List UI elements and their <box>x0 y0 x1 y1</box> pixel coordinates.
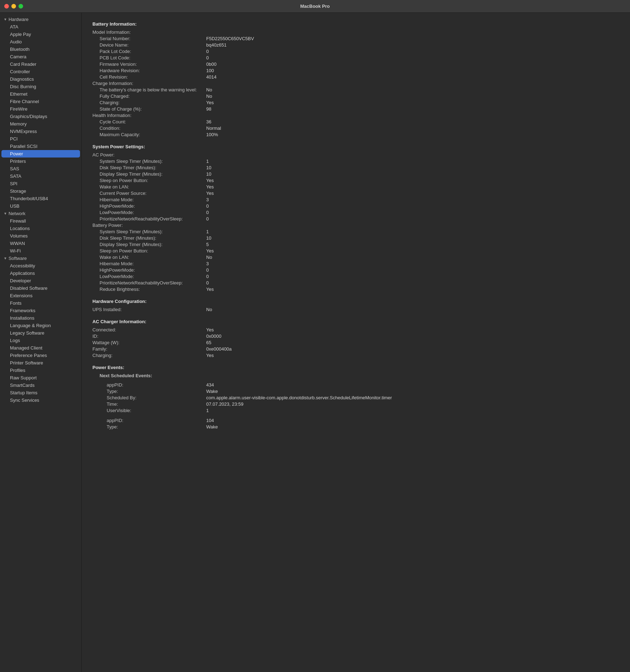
sidebar-item-logs[interactable]: Logs <box>0 337 81 344</box>
table-row: UserVisible: 1 <box>92 407 619 414</box>
hardware-section-label: Hardware <box>9 17 28 22</box>
event1-scheduled-by-label: Scheduled By: <box>92 394 206 401</box>
sidebar-item-sas[interactable]: SAS <box>0 165 81 172</box>
table-row: appPID: 104 <box>92 417 619 423</box>
bat-high-power-mode-value: 0 <box>206 267 619 273</box>
sidebar-section-software[interactable]: ▼ Software <box>0 255 81 262</box>
sidebar-item-frameworks[interactable]: Frameworks <box>0 307 81 314</box>
sidebar-item-disc-burning[interactable]: Disc Burning <box>0 83 81 90</box>
network-arrow-icon: ▼ <box>4 212 7 215</box>
table-row: Health Information: <box>92 112 619 118</box>
sidebar-item-card-reader[interactable]: Card Reader <box>0 60 81 68</box>
sidebar-item-language-region[interactable]: Language & Region <box>0 322 81 329</box>
sidebar-item-parallel-scsi[interactable]: Parallel SCSI <box>0 143 81 150</box>
ac-current-power-source-value: Yes <box>206 190 619 196</box>
maximize-button[interactable] <box>18 4 23 9</box>
sidebar-item-legacy-software[interactable]: Legacy Software <box>0 329 81 337</box>
next-scheduled-label: Next Scheduled Events: <box>92 372 206 379</box>
sidebar-item-audio[interactable]: Audio <box>0 38 81 46</box>
sidebar-item-diagnostics[interactable]: Diagnostics <box>0 75 81 83</box>
cycle-count-label: Cycle Count: <box>92 118 206 125</box>
sidebar-item-printers[interactable]: Printers <box>0 158 81 165</box>
sidebar-item-fibre-channel[interactable]: Fibre Channel <box>0 98 81 105</box>
charger-connected-value: Yes <box>206 326 619 333</box>
sidebar-item-startup-items[interactable]: Startup Items <box>0 389 81 396</box>
table-row: Condition: Normal <box>92 125 619 131</box>
event1-uservisible-label: UserVisible: <box>92 407 206 414</box>
sidebar-section-network[interactable]: ▼ Network <box>0 210 81 217</box>
ac-display-sleep-value: 10 <box>206 171 619 177</box>
sidebar-item-applications[interactable]: Applications <box>0 270 81 277</box>
sidebar-item-bluetooth[interactable]: Bluetooth <box>0 46 81 53</box>
serial-number-label: Serial Number: <box>92 35 206 42</box>
sidebar-item-locations[interactable]: Locations <box>0 225 81 232</box>
sidebar-item-apple-pay[interactable]: Apple Pay <box>0 31 81 38</box>
bat-wake-lan-label: Wake on LAN: <box>92 254 206 260</box>
sidebar-item-profiles[interactable]: Profiles <box>0 367 81 374</box>
sidebar-item-raw-support[interactable]: Raw Support <box>0 374 81 382</box>
event2-type-label: Type: <box>92 423 206 430</box>
bat-sleep-power-btn-label: Sleep on Power Button: <box>92 247 206 254</box>
max-capacity-value: 100% <box>206 131 619 138</box>
sidebar-item-nvmexpress[interactable]: NVMExpress <box>0 128 81 135</box>
sidebar-item-firewall[interactable]: Firewall <box>0 217 81 225</box>
sidebar-item-accessibility[interactable]: Accessibility <box>0 262 81 270</box>
sidebar-item-printer-software[interactable]: Printer Software <box>0 359 81 367</box>
sidebar-item-power[interactable]: Power <box>1 150 80 158</box>
table-row: Time: 07.07.2023, 23:59 <box>92 401 619 407</box>
bat-reduce-brightness-label: Reduce Brightness: <box>92 286 206 292</box>
bat-prioritize-network-value: 0 <box>206 279 619 286</box>
sidebar-item-graphics-displays[interactable]: Graphics/Displays <box>0 113 81 120</box>
condition-label: Condition: <box>92 125 206 131</box>
hardware-items: ATA Apple Pay Audio Bluetooth Camera Car… <box>0 23 81 210</box>
sidebar-item-firewire[interactable]: FireWire <box>0 105 81 113</box>
sidebar-item-volumes[interactable]: Volumes <box>0 232 81 240</box>
sidebar: ▼ Hardware ATA Apple Pay Audio Bluetooth… <box>0 13 82 672</box>
sidebar-section-hardware[interactable]: ▼ Hardware <box>0 16 81 23</box>
sidebar-item-disabled-software[interactable]: Disabled Software <box>0 284 81 292</box>
bat-sys-sleep-label: System Sleep Timer (Minutes): <box>92 228 206 235</box>
sidebar-item-wwan[interactable]: WWAN <box>0 240 81 247</box>
network-items: Firewall Locations Volumes WWAN Wi-Fi <box>0 217 81 255</box>
sidebar-item-pci[interactable]: PCI <box>0 135 81 143</box>
event2-apppid-label: appPID: <box>92 417 206 423</box>
ac-high-power-mode-label: HighPowerMode: <box>92 203 206 209</box>
sidebar-item-developer[interactable]: Developer <box>0 277 81 284</box>
serial-number-value: F5D22550C650VC5BV <box>206 35 619 42</box>
firmware-version-label: Firmware Version: <box>92 61 206 67</box>
sidebar-item-fonts[interactable]: Fonts <box>0 299 81 307</box>
minimize-button[interactable] <box>11 4 16 9</box>
table-row: Current Power Source: Yes <box>92 190 619 196</box>
sidebar-item-thunderbolt[interactable]: Thunderbolt/USB4 <box>0 195 81 202</box>
sidebar-item-smartcards[interactable]: SmartCards <box>0 382 81 389</box>
sidebar-item-ethernet[interactable]: Ethernet <box>0 90 81 98</box>
sidebar-item-sata[interactable]: SATA <box>0 172 81 180</box>
sidebar-item-spi[interactable]: SPI <box>0 180 81 187</box>
sidebar-item-storage[interactable]: Storage <box>0 187 81 195</box>
device-name-value: bq40z651 <box>206 42 619 48</box>
bat-low-power-mode-label: LowPowerMode: <box>92 273 206 279</box>
sidebar-item-extensions[interactable]: Extensions <box>0 292 81 299</box>
ac-high-power-mode-value: 0 <box>206 203 619 209</box>
sidebar-item-wifi[interactable]: Wi-Fi <box>0 247 81 255</box>
warning-level-label: The battery's charge is below the warnin… <box>92 86 206 93</box>
sidebar-item-memory[interactable]: Memory <box>0 120 81 128</box>
sidebar-item-managed-client[interactable]: Managed Client <box>0 344 81 352</box>
event1-type-label: Type: <box>92 388 206 394</box>
table-row: AC Power: <box>92 151 619 158</box>
ac-wake-lan-label: Wake on LAN: <box>92 183 206 190</box>
sidebar-item-preference-panes[interactable]: Preference Panes <box>0 352 81 359</box>
close-button[interactable] <box>4 4 9 9</box>
sidebar-item-sync-services[interactable]: Sync Services <box>0 396 81 404</box>
table-row: Family: 0xe000400a <box>92 346 619 352</box>
hardware-config-title: Hardware Configuration: <box>92 299 619 304</box>
table-row: Wake on LAN: Yes <box>92 183 619 190</box>
table-row: Connected: Yes <box>92 326 619 333</box>
sidebar-item-ata[interactable]: ATA <box>0 23 81 31</box>
system-power-table: AC Power: System Sleep Timer (Minutes): … <box>92 151 619 292</box>
table-row: Hibernate Mode: 3 <box>92 260 619 267</box>
sidebar-item-controller[interactable]: Controller <box>0 68 81 75</box>
sidebar-item-usb[interactable]: USB <box>0 202 81 210</box>
sidebar-item-installations[interactable]: Installations <box>0 314 81 322</box>
sidebar-item-camera[interactable]: Camera <box>0 53 81 60</box>
